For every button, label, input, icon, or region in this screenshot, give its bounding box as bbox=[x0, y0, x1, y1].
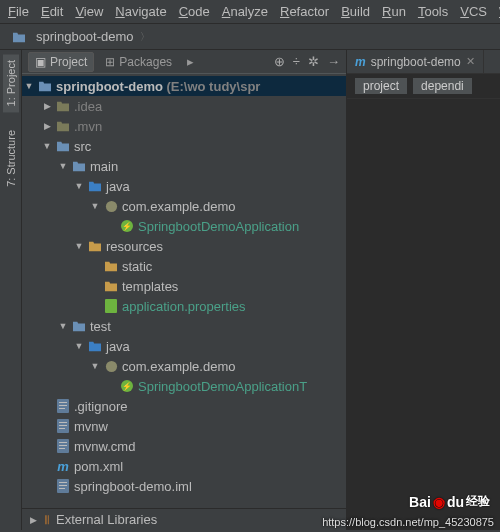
tree-label: java bbox=[106, 179, 130, 194]
tree-row[interactable]: static bbox=[22, 256, 346, 276]
tree-row[interactable]: templates bbox=[22, 276, 346, 296]
tree-row[interactable]: ⚡SpringbootDemoApplicationT bbox=[22, 376, 346, 396]
tree-row[interactable]: resources bbox=[22, 236, 346, 256]
tree-label: com.example.demo bbox=[122, 199, 235, 214]
tree-row[interactable]: com.example.demo bbox=[22, 196, 346, 216]
tree-root-label: springboot-demo (E:\wo tudy\spr bbox=[56, 79, 260, 94]
menu-bar: FileEditViewNavigateCodeAnalyzeRefactorB… bbox=[0, 0, 500, 24]
vertical-tab[interactable]: 7: Structure bbox=[3, 124, 19, 193]
tree-row[interactable]: .idea bbox=[22, 96, 346, 116]
tree-root[interactable]: springboot-demo (E:\wo tudy\spr bbox=[22, 76, 346, 96]
tree-label: main bbox=[90, 159, 118, 174]
tree-row[interactable]: test bbox=[22, 316, 346, 336]
svg-text:⚡: ⚡ bbox=[122, 381, 132, 391]
tree-row[interactable]: .mvn bbox=[22, 116, 346, 136]
editor-tab[interactable]: m springboot-demo ✕ bbox=[347, 50, 484, 73]
chevron-right-icon: 〉 bbox=[140, 30, 150, 44]
svg-rect-17 bbox=[59, 445, 67, 446]
libraries-icon: ⫴ bbox=[44, 512, 50, 528]
folder-dim-icon bbox=[55, 98, 71, 114]
project-panel: ▣ Project ⊞ Packages ▸ ⊕ ÷ ✲ → bbox=[22, 50, 347, 530]
tree-row[interactable]: application.properties bbox=[22, 296, 346, 316]
external-libraries[interactable]: ⫴ External Libraries bbox=[22, 508, 346, 530]
menu-analyze[interactable]: Analyze bbox=[222, 4, 268, 19]
gear-icon[interactable]: ✲ bbox=[308, 54, 319, 69]
tree-row[interactable]: com.example.demo bbox=[22, 356, 346, 376]
svg-rect-9 bbox=[59, 405, 67, 406]
tree-label: springboot-demo.iml bbox=[74, 479, 192, 494]
tree-row[interactable]: mvnw.cmd bbox=[22, 436, 346, 456]
propfile-icon bbox=[103, 298, 119, 314]
close-icon[interactable]: ✕ bbox=[466, 55, 475, 68]
vertical-tab[interactable]: 1: Project bbox=[3, 54, 19, 112]
svg-rect-21 bbox=[59, 485, 67, 486]
editor-breadcrumb: projectdependi bbox=[347, 74, 500, 99]
tree-row[interactable]: main bbox=[22, 156, 346, 176]
expand-arrow-icon[interactable] bbox=[58, 161, 68, 171]
tree-row[interactable]: mpom.xml bbox=[22, 456, 346, 476]
tree-label: com.example.demo bbox=[122, 359, 235, 374]
panel-tab-label: Packages bbox=[119, 55, 172, 69]
target-icon[interactable]: ⊕ bbox=[274, 54, 285, 69]
menu-edit[interactable]: Edit bbox=[41, 4, 63, 19]
tree-row[interactable]: mvnw bbox=[22, 416, 346, 436]
breadcrumb: springboot-demo 〉 bbox=[0, 24, 500, 50]
expand-arrow-icon[interactable] bbox=[28, 515, 38, 525]
menu-file[interactable]: File bbox=[8, 4, 29, 19]
expand-arrow-icon[interactable] bbox=[24, 81, 34, 91]
menu-code[interactable]: Code bbox=[179, 4, 210, 19]
panel-tab-project[interactable]: ▣ Project bbox=[28, 52, 94, 72]
tree-row[interactable]: .gitignore bbox=[22, 396, 346, 416]
expand-arrow-icon[interactable] bbox=[42, 141, 52, 151]
menu-navigate[interactable]: Navigate bbox=[115, 4, 166, 19]
tree-label: test bbox=[90, 319, 111, 334]
tree-label: .idea bbox=[74, 99, 102, 114]
panel-tab-packages[interactable]: ⊞ Packages bbox=[98, 52, 179, 72]
code-editor[interactable] bbox=[347, 99, 500, 530]
menu-tools[interactable]: Tools bbox=[418, 4, 448, 19]
expand-arrow-icon[interactable] bbox=[58, 321, 68, 331]
tree-row[interactable]: java bbox=[22, 336, 346, 356]
chevron-right-icon[interactable]: ▸ bbox=[187, 54, 194, 69]
tree-label: SpringbootDemoApplication bbox=[138, 219, 299, 234]
tree-label: templates bbox=[122, 279, 178, 294]
editor-crumb[interactable]: dependi bbox=[413, 78, 472, 94]
menu-view[interactable]: View bbox=[75, 4, 103, 19]
tree-label: src bbox=[74, 139, 91, 154]
menu-build[interactable]: Build bbox=[341, 4, 370, 19]
packages-tab-icon: ⊞ bbox=[105, 55, 115, 69]
expand-arrow-icon[interactable] bbox=[74, 181, 84, 191]
project-tree[interactable]: springboot-demo (E:\wo tudy\spr .idea.mv… bbox=[22, 74, 346, 508]
editor-crumb[interactable]: project bbox=[355, 78, 407, 94]
folder-res-icon bbox=[103, 278, 119, 294]
menu-run[interactable]: Run bbox=[382, 4, 406, 19]
menu-vcs[interactable]: VCS bbox=[460, 4, 487, 19]
expand-arrow-icon[interactable] bbox=[74, 341, 84, 351]
textfile-icon bbox=[55, 478, 71, 494]
folder-blue-icon bbox=[71, 158, 87, 174]
tree-row[interactable]: ⚡SpringbootDemoApplication bbox=[22, 216, 346, 236]
expand-arrow-icon[interactable] bbox=[42, 121, 52, 131]
menu-refactor[interactable]: Refactor bbox=[280, 4, 329, 19]
expand-arrow-icon[interactable] bbox=[90, 201, 100, 211]
editor-tab-bar: m springboot-demo ✕ bbox=[347, 50, 500, 74]
svg-rect-13 bbox=[59, 425, 67, 426]
tree-label: static bbox=[122, 259, 152, 274]
tree-row[interactable]: java bbox=[22, 176, 346, 196]
textfile-icon bbox=[55, 418, 71, 434]
tree-row[interactable]: src bbox=[22, 136, 346, 156]
folder-icon bbox=[11, 29, 27, 45]
maven-icon: m bbox=[355, 55, 366, 69]
hide-icon[interactable]: → bbox=[327, 54, 340, 69]
expand-arrow-icon[interactable] bbox=[42, 101, 52, 111]
tree-row[interactable]: springboot-demo.iml bbox=[22, 476, 346, 496]
tree-label: application.properties bbox=[122, 299, 246, 314]
svg-point-0 bbox=[105, 200, 116, 211]
folder-src-icon bbox=[87, 178, 103, 194]
expand-arrow-icon[interactable] bbox=[74, 241, 84, 251]
collapse-icon[interactable]: ÷ bbox=[293, 54, 300, 69]
svg-point-4 bbox=[105, 360, 116, 371]
svg-rect-22 bbox=[59, 488, 65, 489]
springboot-icon: ⚡ bbox=[119, 218, 135, 234]
expand-arrow-icon[interactable] bbox=[90, 361, 100, 371]
